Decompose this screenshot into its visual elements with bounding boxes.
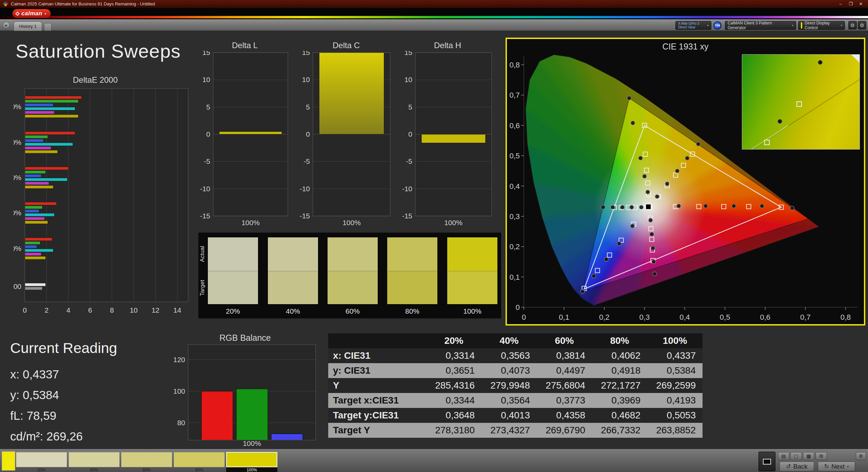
- svg-text:15: 15: [405, 51, 412, 56]
- delta-h-chart[interactable]: 151050-5-10-15: [393, 51, 495, 227]
- back-label: Back: [793, 463, 808, 470]
- cie1931-chart-panel[interactable]: CIE 1931 xy 0,80,70,60,50,40,30,20,1000,…: [506, 38, 865, 326]
- bottom-bar: 20%40%60%80%100% ▤▢▦⚙ ⚙ ↺ Back ↻ Next ▾: [0, 448, 868, 472]
- svg-text:0,2: 0,2: [599, 313, 610, 321]
- next-button[interactable]: ↻ Next ▾: [818, 461, 855, 471]
- cie-measured-point: [777, 119, 782, 124]
- saturation-swatch-60%[interactable]: 60%: [121, 452, 172, 472]
- svg-text:0,7: 0,7: [800, 313, 811, 321]
- titlebar: Calman 2025 Calman Ultimate for Business…: [0, 0, 868, 8]
- meter-settings-button[interactable]: ⚙: [848, 21, 857, 29]
- delta-l-chart[interactable]: 151050-5-10-15: [192, 51, 293, 227]
- saturation-swatch-80%[interactable]: 80%: [174, 452, 225, 472]
- table-value-cell: 0,4682: [592, 408, 647, 423]
- table-value-cell: 0,3814: [537, 348, 592, 363]
- brand-bar: calman ▾: [0, 8, 868, 19]
- meter-dropdown[interactable]: X-Rite i1Pro 3 Direct View ▾: [675, 21, 711, 30]
- svg-text:80: 80: [177, 419, 185, 427]
- svg-text:0,2: 0,2: [509, 242, 520, 251]
- svg-text:5: 5: [408, 103, 412, 111]
- cie-measured-point: [732, 204, 736, 208]
- patch-column: 60%: [327, 237, 378, 315]
- table-header-cell: 20%: [426, 333, 481, 348]
- pattern-generator-label: CalMAN Client 3 Pattern Generator: [728, 21, 789, 30]
- actual-patch: [268, 237, 318, 271]
- back-button[interactable]: ↺ Back: [780, 461, 814, 471]
- cie-measured-point: [665, 182, 669, 186]
- actual-row-label: Actual: [199, 239, 206, 269]
- report-button[interactable]: ▤: [778, 452, 789, 460]
- delta-c-chart[interactable]: 151050-5-10-15: [291, 51, 396, 227]
- svg-text:5: 5: [306, 103, 310, 111]
- gear-button[interactable]: ⚙: [815, 452, 827, 460]
- svg-text:0,6: 0,6: [509, 121, 520, 130]
- report-icon: ▤: [781, 453, 786, 459]
- minimize-button[interactable]: –: [835, 1, 846, 6]
- table-value-cell: 279,9948: [481, 378, 537, 393]
- display-control-dropdown[interactable]: Direct Display Control ▾: [798, 21, 845, 30]
- deltae2000-chart[interactable]: 02468101214100%80%60%40%20%100: [14, 85, 193, 322]
- srgb-edge-line: [748, 125, 789, 150]
- patch-column-label: 80%: [387, 307, 438, 315]
- table-value-cell: 0,3314: [426, 348, 481, 363]
- patch-column-label: 40%: [268, 307, 318, 315]
- patch-column-label: 100%: [447, 307, 498, 315]
- svg-text:0,4: 0,4: [679, 313, 690, 321]
- svg-text:-5: -5: [303, 157, 310, 165]
- pattern-window-button[interactable]: [758, 452, 775, 471]
- gear-icon: ⚙: [860, 22, 864, 28]
- table-header-cell: 60%: [537, 333, 592, 348]
- cie1931-chart-title: CIE 1931 xy: [506, 42, 865, 52]
- table-row-label: y: CIE31: [328, 363, 426, 378]
- table-value-cell: 0,3563: [481, 348, 537, 363]
- delta-c-category-label: 100%: [318, 219, 386, 227]
- saturation-swatch-100%[interactable]: 100%: [226, 452, 277, 472]
- svg-text:60%: 60%: [14, 174, 21, 181]
- svg-text:15: 15: [302, 51, 310, 56]
- tab-stub[interactable]: [44, 23, 52, 31]
- cie-zoom-inset[interactable]: [742, 54, 860, 150]
- table-header-cell: 100%: [647, 333, 703, 348]
- saturation-swatch-40%[interactable]: 40%: [68, 452, 120, 472]
- meter-line2: Direct View: [678, 25, 699, 29]
- maximize-button[interactable]: ❐: [846, 1, 856, 6]
- calman-logo-text: calman: [21, 10, 42, 17]
- pattern-grid-button[interactable]: ▦: [803, 452, 814, 460]
- expand-panel-button[interactable]: ▸: [3, 22, 10, 29]
- svg-text:0,7: 0,7: [509, 91, 520, 99]
- swatch-color: [174, 452, 225, 467]
- delta-c-chart-title: Delta C: [309, 41, 383, 50]
- target-patch: [208, 271, 258, 304]
- gear-icon: ⚙: [859, 453, 863, 459]
- svg-text:10: 10: [130, 306, 138, 314]
- svg-text:-10: -10: [200, 185, 210, 193]
- colorspace-badge[interactable]: 709: [713, 21, 722, 29]
- cie-measured-point: [631, 121, 635, 125]
- pattern-generator-dropdown[interactable]: CalMAN Client 3 Pattern Generator ▾: [725, 21, 796, 30]
- table-row-label: Target x:CIE31: [328, 393, 426, 408]
- actual-patch: [208, 237, 258, 271]
- table-value-cell: 0,3344: [426, 393, 481, 408]
- swatch-label: 20%: [16, 467, 67, 472]
- svg-text:100: 100: [14, 282, 21, 290]
- svg-text:0,1: 0,1: [559, 313, 569, 321]
- footer-settings-button[interactable]: ⚙: [856, 452, 866, 460]
- window-button[interactable]: ▢: [790, 452, 802, 460]
- cie-measured-point: [818, 60, 823, 65]
- svg-text:-10: -10: [402, 185, 412, 193]
- close-button[interactable]: ✕: [856, 1, 866, 6]
- saturation-swatch-20%[interactable]: 20%: [16, 452, 67, 472]
- target-patch: [447, 271, 498, 304]
- cie-measured-point: [601, 205, 605, 209]
- tab-history-1[interactable]: History 1: [14, 21, 42, 31]
- cie-measured-point: [646, 190, 650, 194]
- app-settings-button[interactable]: ⚙: [858, 21, 866, 29]
- rgb-balance-chart[interactable]: 12010080: [166, 335, 326, 447]
- back-arrow-icon: ↺: [786, 463, 791, 470]
- tool-button-row: ▤▢▦⚙: [778, 452, 827, 460]
- current-reading-title: Current Reading: [10, 340, 180, 356]
- pattern-window-icon: [763, 459, 771, 465]
- color-patches-panel[interactable]: Actual Target 20%40%60%80%100%: [198, 233, 501, 318]
- calman-menu-button[interactable]: calman ▾: [12, 9, 51, 18]
- svg-text:0,5: 0,5: [720, 313, 730, 321]
